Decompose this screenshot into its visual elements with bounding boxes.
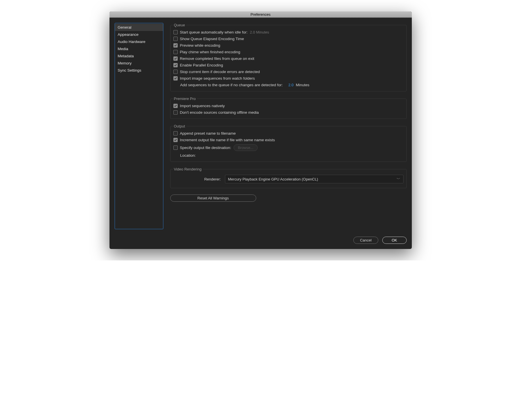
label-increment: Increment output file name if file with … [180, 138, 275, 142]
window-body: General Appearance Audio Hardware Media … [109, 18, 412, 234]
label-append-preset: Append preset name to filename [180, 131, 236, 136]
cancel-button[interactable]: Cancel [353, 237, 378, 244]
checkbox-show-elapsed[interactable] [173, 37, 178, 41]
sidebar-item-metadata[interactable]: Metadata [115, 52, 163, 60]
checkbox-start-auto[interactable] [173, 30, 178, 34]
checkbox-chime[interactable] [173, 50, 178, 54]
group-queue: Queue Start queue automatically when idl… [170, 23, 407, 91]
group-premiere: Premiere Pro Import sequences natively D… [170, 97, 407, 119]
sidebar-item-label: General [118, 25, 132, 30]
sidebar-item-label: Audio Hardware [118, 40, 146, 44]
browse-button[interactable]: Browse... [234, 144, 258, 151]
value-start-auto[interactable]: 2.0 Minutes [250, 30, 269, 34]
sidebar-item-label: Appearance [118, 32, 139, 37]
unit-add-seq: Minutes [296, 83, 309, 87]
sidebar: General Appearance Audio Hardware Media … [115, 23, 163, 229]
group-legend: Queue [173, 23, 186, 27]
label-add-seq: Add sequences to the queue if no changes… [180, 83, 283, 87]
chevron-down-icon: ﹀ [397, 176, 400, 182]
sidebar-item-memory[interactable]: Memory [115, 60, 163, 67]
ok-button[interactable]: OK [382, 237, 407, 244]
sidebar-item-sync-settings[interactable]: Sync Settings [115, 67, 163, 74]
checkbox-increment[interactable] [173, 138, 178, 142]
checkbox-stop-on-decode[interactable] [173, 70, 178, 74]
label-specify-dest: Specify output file destination: [180, 146, 231, 150]
group-video-rendering: Video Rendering Renderer: Mercury Playba… [170, 167, 407, 188]
checkbox-import-native[interactable] [173, 104, 178, 108]
label-location: Location: [173, 153, 196, 158]
sidebar-item-media[interactable]: Media [115, 45, 163, 52]
label-stop-on-decode: Stop current item if decode errors are d… [180, 70, 260, 74]
checkbox-preview[interactable] [173, 43, 178, 48]
group-legend: Output [173, 124, 186, 128]
label-start-auto: Start queue automatically when idle for: [180, 30, 248, 34]
checkbox-remove-completed[interactable] [173, 56, 178, 61]
renderer-value: Mercury Playback Engine GPU Acceleration… [228, 177, 318, 181]
sidebar-item-appearance[interactable]: Appearance [115, 31, 163, 38]
checkbox-dont-encode-offline[interactable] [173, 110, 178, 115]
label-import-native: Import sequences natively [180, 104, 225, 108]
value-add-seq[interactable]: 2.0 [288, 83, 293, 87]
sidebar-item-label: Sync Settings [118, 68, 142, 72]
checkbox-import-watch[interactable] [173, 76, 178, 81]
group-legend: Video Rendering [173, 167, 203, 171]
label-chime: Play chime when finished encoding [180, 50, 240, 54]
main-panel: Queue Start queue automatically when idl… [170, 23, 407, 229]
label-preview: Preview while encoding [180, 43, 220, 48]
sidebar-item-label: Memory [118, 61, 132, 65]
sidebar-item-audio-hardware[interactable]: Audio Hardware [115, 38, 163, 45]
checkbox-specify-dest[interactable] [173, 146, 178, 150]
label-dont-encode-offline: Don't encode sources containing offline … [180, 110, 259, 115]
preferences-window: Preferences General Appearance Audio Har… [109, 11, 412, 249]
label-remove-completed: Remove completed files from queue on exi… [180, 56, 254, 61]
sidebar-item-label: Metadata [118, 54, 134, 58]
sidebar-item-general[interactable]: General [115, 24, 163, 31]
label-show-elapsed: Show Queue Elapsed Encoding Time [180, 37, 244, 41]
label-renderer: Renderer: [173, 177, 222, 181]
window-title: Preferences [109, 11, 412, 18]
renderer-select[interactable]: Mercury Playback Engine GPU Acceleration… [225, 175, 404, 183]
reset-warnings-button[interactable]: Reset All Warnings [170, 195, 256, 202]
label-parallel: Enable Parallel Encoding [180, 63, 223, 67]
label-import-watch: Import image sequences from watch folder… [180, 76, 255, 81]
checkbox-append-preset[interactable] [173, 131, 178, 136]
group-legend: Premiere Pro [173, 97, 197, 101]
checkbox-parallel[interactable] [173, 63, 178, 67]
group-output: Output Append preset name to filename In… [170, 124, 407, 162]
dialog-footer: Cancel OK [109, 234, 412, 249]
sidebar-item-label: Media [118, 47, 128, 51]
